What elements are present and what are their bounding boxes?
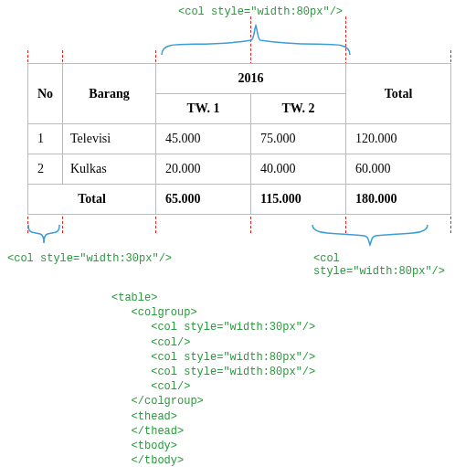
table-row: 1 Televisi 45.000 75.000 120.000: [28, 124, 451, 154]
header-row-1: No Barang 2016 Total: [28, 64, 451, 94]
annotation-top-text: <col style="width:80px"/>: [178, 5, 352, 18]
cell-no: 2: [28, 154, 63, 185]
brace-bottom-right-icon: [308, 223, 436, 249]
cell-tw1: 20.000: [156, 154, 251, 185]
cell-total: 60.000: [346, 154, 451, 185]
cell-total-label: Total: [28, 185, 156, 215]
cell-tw2: 75.000: [251, 124, 346, 154]
data-table: No Barang 2016 Total TW. 1 TW. 2 1 Telev…: [27, 63, 451, 215]
th-tw1: TW. 1: [156, 94, 251, 124]
cell-no: 1: [28, 124, 63, 154]
cell-tw1: 45.000: [156, 124, 251, 154]
cell-total: 120.000: [346, 124, 451, 154]
table-row: 2 Kulkas 20.000 40.000 60.000: [28, 154, 451, 185]
annotation-bottom-right: <col style="width:80px"/>: [308, 223, 476, 278]
annotation-bl-text: <col style="width:30px"/>: [7, 252, 172, 265]
th-year: 2016: [156, 64, 346, 94]
code-snippet: <table> <colgroup> <col style="width:30p…: [111, 291, 315, 467]
cell-barang: Kulkas: [63, 154, 156, 185]
brace-top-icon: [160, 18, 352, 57]
brace-bottom-left-icon: [7, 223, 71, 249]
annotation-bottom-left: <col style="width:30px"/>: [7, 223, 172, 265]
th-no: No: [28, 64, 63, 124]
cell-total-total: 180.000: [346, 185, 451, 215]
annotation-br-text: <col style="width:80px"/>: [313, 252, 476, 278]
th-total: Total: [346, 64, 451, 124]
cell-total-tw1: 65.000: [156, 185, 251, 215]
cell-tw2: 40.000: [251, 154, 346, 185]
annotation-top: <col style="width:80px"/>: [160, 5, 352, 60]
th-barang: Barang: [63, 64, 156, 124]
cell-total-tw2: 115.000: [251, 185, 346, 215]
th-tw2: TW. 2: [251, 94, 346, 124]
cell-barang: Televisi: [63, 124, 156, 154]
data-table-wrap: No Barang 2016 Total TW. 1 TW. 2 1 Telev…: [27, 63, 451, 215]
total-row: Total 65.000 115.000 180.000: [28, 185, 451, 215]
